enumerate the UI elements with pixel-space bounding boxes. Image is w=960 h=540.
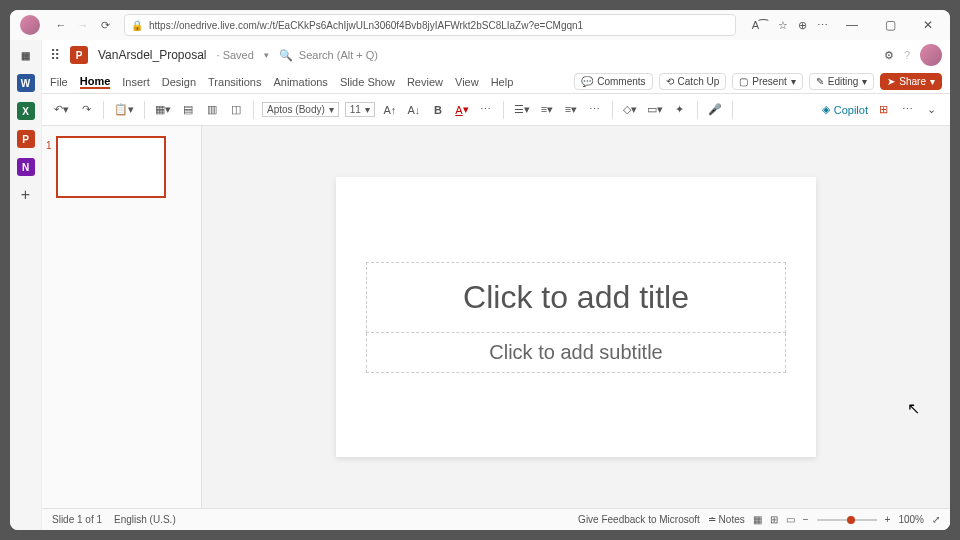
onenote-icon[interactable]: N	[17, 158, 35, 176]
favorite-icon[interactable]: ☆	[778, 19, 788, 32]
user-avatar[interactable]	[920, 44, 942, 66]
status-bar: Slide 1 of 1 English (U.S.) Give Feedbac…	[42, 508, 950, 530]
mouse-cursor-icon: ↖	[907, 399, 920, 418]
shapes-button[interactable]: ◇▾	[621, 100, 639, 120]
zoom-in-button[interactable]: +	[885, 514, 891, 525]
align-button[interactable]: ≡▾	[562, 100, 580, 120]
tab-slideshow[interactable]: Slide Show	[340, 76, 395, 88]
zoom-out-button[interactable]: −	[803, 514, 809, 525]
search-placeholder: Search (Alt + Q)	[299, 49, 378, 61]
refresh-button[interactable]: ⟳	[94, 14, 116, 36]
tab-home[interactable]: Home	[80, 75, 111, 89]
share-icon: ➤	[887, 76, 895, 87]
tab-view[interactable]: View	[455, 76, 479, 88]
title-placeholder[interactable]: Click to add title	[366, 262, 786, 333]
more-para-button[interactable]: ⋯	[586, 100, 604, 120]
pencil-icon: ✎	[816, 76, 824, 87]
ribbon-tabs: File Home Insert Design Transitions Anim…	[42, 70, 950, 94]
slide-thumbnails-panel: 1	[42, 126, 202, 508]
reading-view-button[interactable]: ▭	[786, 514, 795, 525]
reset-button[interactable]: ▥	[203, 100, 221, 120]
left-app-rail: ▦ W X P N +	[10, 40, 42, 530]
paste-button[interactable]: 📋▾	[112, 100, 136, 120]
excel-icon[interactable]: X	[17, 102, 35, 120]
back-button[interactable]: ←	[50, 14, 72, 36]
normal-view-button[interactable]: ▦	[753, 514, 762, 525]
more-icon[interactable]: ⋯	[817, 19, 828, 32]
browser-titlebar: ← → ⟳ 🔒 https://onedrive.live.com/w:/t/E…	[10, 10, 950, 40]
chevron-down-icon: ▾	[930, 76, 935, 87]
decrease-font-button[interactable]: A↓	[405, 100, 423, 120]
ribbon-more-button[interactable]: ⋯	[898, 100, 916, 120]
section-button[interactable]: ◫	[227, 100, 245, 120]
zoom-level[interactable]: 100%	[898, 514, 924, 525]
feedback-link[interactable]: Give Feedback to Microsoft	[578, 514, 700, 525]
numbering-button[interactable]: ≡▾	[538, 100, 556, 120]
app-launcher-icon[interactable]: ⠿	[50, 47, 60, 63]
tab-insert[interactable]: Insert	[122, 76, 150, 88]
designer-button[interactable]: ✦	[671, 100, 689, 120]
outlook-icon[interactable]: ▦	[17, 46, 35, 64]
help-icon[interactable]: ?	[904, 49, 910, 61]
font-family-select[interactable]: Aptos (Body) ▾	[262, 102, 339, 117]
minimize-button[interactable]: —	[838, 18, 866, 32]
settings-icon[interactable]: ⚙	[884, 49, 894, 62]
dictate-button[interactable]: 🎤	[706, 100, 724, 120]
editing-button[interactable]: ✎Editing▾	[809, 73, 875, 90]
subtitle-placeholder[interactable]: Click to add subtitle	[366, 333, 786, 373]
collections-icon[interactable]: ⊕	[798, 19, 807, 32]
chevron-down-icon[interactable]: ▾	[264, 50, 269, 60]
slide-thumbnail[interactable]: 1	[56, 136, 166, 198]
layout-button[interactable]: ▤	[179, 100, 197, 120]
forward-button[interactable]: →	[72, 14, 94, 36]
tab-review[interactable]: Review	[407, 76, 443, 88]
font-size-select[interactable]: 11 ▾	[345, 102, 375, 117]
catchup-icon: ⟲	[666, 76, 674, 87]
bullets-button[interactable]: ☰▾	[512, 100, 532, 120]
bold-button[interactable]: B	[429, 100, 447, 120]
addins-button[interactable]: ⊞	[874, 100, 892, 120]
save-status: · Saved	[217, 49, 254, 61]
slide-canvas[interactable]: Click to add title Click to add subtitle…	[202, 126, 950, 508]
present-button[interactable]: ▢Present▾	[732, 73, 802, 90]
collapse-ribbon-button[interactable]: ⌄	[922, 100, 940, 120]
add-app-icon[interactable]: +	[21, 186, 30, 204]
app-header: ⠿ P VanArsdel_Proposal · Saved ▾ 🔍 Searc…	[42, 40, 950, 70]
fit-button[interactable]: ⤢	[932, 514, 940, 525]
lock-icon: 🔒	[131, 20, 143, 31]
slide-counter[interactable]: Slide 1 of 1	[52, 514, 102, 525]
tab-animations[interactable]: Animations	[273, 76, 327, 88]
language-status[interactable]: English (U.S.)	[114, 514, 176, 525]
sorter-view-button[interactable]: ⊞	[770, 514, 778, 525]
tab-transitions[interactable]: Transitions	[208, 76, 261, 88]
search-icon: 🔍	[279, 49, 293, 62]
catchup-button[interactable]: ⟲Catch Up	[659, 73, 727, 90]
font-color-button[interactable]: A▾	[453, 100, 471, 120]
read-aloud-icon[interactable]: A⁀	[752, 19, 768, 32]
tab-help[interactable]: Help	[491, 76, 514, 88]
maximize-button[interactable]: ▢	[876, 18, 904, 32]
more-font-button[interactable]: ⋯	[477, 100, 495, 120]
share-button[interactable]: ➤Share▾	[880, 73, 942, 90]
new-slide-button[interactable]: ▦▾	[153, 100, 173, 120]
search-box[interactable]: 🔍 Search (Alt + Q)	[279, 49, 874, 62]
profile-avatar[interactable]	[20, 15, 40, 35]
powerpoint-icon[interactable]: P	[17, 130, 35, 148]
undo-button[interactable]: ↶▾	[52, 100, 71, 120]
redo-button[interactable]: ↷	[77, 100, 95, 120]
zoom-slider[interactable]	[817, 519, 877, 521]
address-bar[interactable]: 🔒 https://onedrive.live.com/w:/t/EaCKkPs…	[124, 14, 736, 36]
comment-icon: 💬	[581, 76, 593, 87]
tab-file[interactable]: File	[50, 76, 68, 88]
copilot-button[interactable]: ◈Copilot	[822, 103, 868, 116]
tab-design[interactable]: Design	[162, 76, 196, 88]
document-title[interactable]: VanArsdel_Proposal	[98, 48, 207, 62]
close-button[interactable]: ✕	[914, 18, 942, 32]
word-icon[interactable]: W	[17, 74, 35, 92]
comments-button[interactable]: 💬Comments	[574, 73, 652, 90]
url-text: https://onedrive.live.com/w:/t/EaCKkPs6A…	[149, 20, 583, 31]
increase-font-button[interactable]: A↑	[381, 100, 399, 120]
arrange-button[interactable]: ▭▾	[645, 100, 665, 120]
chevron-down-icon: ▾	[791, 76, 796, 87]
notes-button[interactable]: ≐ Notes	[708, 514, 745, 525]
